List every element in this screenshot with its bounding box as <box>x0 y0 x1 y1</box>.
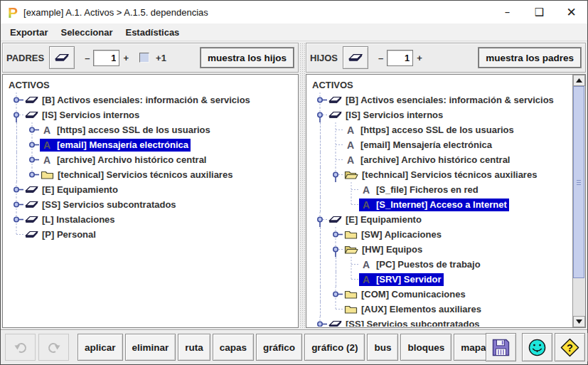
tree-node-selected[interactable]: A[S_Internet] Acceso a Internet <box>359 199 509 211</box>
save-button[interactable] <box>486 333 516 361</box>
tree-node-selected[interactable]: A[email] Mensajería electrónica <box>40 139 191 152</box>
menu-exportar[interactable]: Exportar <box>4 25 54 40</box>
tree-row[interactable]: [IS] Servicios internos <box>6 107 297 122</box>
tree-row[interactable]: [SW] Aplicaciones <box>309 227 572 242</box>
tree-row[interactable]: [L] Instalaciones <box>6 212 297 227</box>
show-parents-button[interactable]: muestra los padres <box>478 47 582 68</box>
depth-input[interactable] <box>93 50 119 66</box>
tree-node[interactable]: [IS] Servicios internos <box>24 109 141 122</box>
scroll-up-button[interactable] <box>573 75 585 86</box>
toolbar-button-gr-fico-2[interactable]: gráfico (2) <box>304 334 365 361</box>
tree-row[interactable]: [technical] Servicios técnicos auxiliare… <box>309 167 572 182</box>
tree-node[interactable]: [P] Personal <box>24 228 98 241</box>
tree-row[interactable]: [E] Equipamiento <box>309 212 572 227</box>
tree-node[interactable]: [SS] Servicios subcontratados <box>24 199 178 211</box>
status-happy-button[interactable] <box>522 333 552 361</box>
tree-toggle-collapsed-icon[interactable] <box>312 92 328 107</box>
tree-toggle-collapsed-icon[interactable] <box>9 212 24 227</box>
tree-row[interactable]: A[email] Mensajería electrónica <box>309 137 572 152</box>
tree-node[interactable]: A[PC] Puestos de trabajo <box>359 258 483 271</box>
tree-toggle-collapsed-icon[interactable] <box>9 182 24 197</box>
tree-node[interactable]: [technical] Servicios técnicos auxiliare… <box>40 169 235 181</box>
tree-node[interactable]: [B] Activos esenciales: información & se… <box>24 94 252 107</box>
tree-row[interactable]: [P] Personal <box>6 227 297 242</box>
tree-node[interactable]: [E] Equipamiento <box>24 184 120 196</box>
tree-toggle-expanded-icon[interactable] <box>9 107 24 122</box>
tree-node[interactable]: [L] Instalaciones <box>24 213 117 226</box>
tree-row[interactable]: A[archive] Archivo histórico central <box>6 152 297 167</box>
tree-toggle-expanded-icon[interactable] <box>312 212 328 227</box>
tree-row[interactable]: A[S_file] Ficheros en red <box>309 182 572 197</box>
tree-row[interactable]: A[email] Mensajería electrónica <box>6 137 297 152</box>
tree-row[interactable]: [B] Activos esenciales: información & se… <box>309 92 572 107</box>
plus-one-checkbox[interactable] <box>139 53 149 63</box>
tree-toggle-expanded-icon[interactable] <box>328 167 343 182</box>
tree-toggle-collapsed-icon[interactable] <box>24 137 40 152</box>
tree-row[interactable]: [COM] Comunicaciones <box>309 287 572 302</box>
tree-row[interactable]: [B] Activos esenciales: información & se… <box>6 92 297 107</box>
tree-node[interactable]: A[archive] Archivo histórico central <box>40 154 208 166</box>
tree-toggle-collapsed-icon[interactable] <box>9 92 24 107</box>
tree-toggle-collapsed-icon[interactable] <box>312 317 328 327</box>
tree-row[interactable]: [SS] Servicios subcontratados <box>309 317 572 327</box>
tree-node[interactable]: [HW] Equipos <box>343 243 424 256</box>
depth-input[interactable] <box>387 50 413 66</box>
tree-toggle-collapsed-icon[interactable] <box>328 287 343 302</box>
menu-estad-sticas[interactable]: Estadísticas <box>119 25 186 40</box>
menu-seleccionar[interactable]: Seleccionar <box>54 25 119 40</box>
tree-row[interactable]: [technical] Servicios técnicos auxiliare… <box>6 167 297 182</box>
tree-toggle-collapsed-icon[interactable] <box>9 197 24 212</box>
toolbar-button-aplicar[interactable]: aplicar <box>77 334 123 361</box>
tree-row[interactable]: [IS] Servicios internos <box>309 107 572 122</box>
tree-row[interactable]: A[SRV] Servidor <box>309 272 572 287</box>
tree-row[interactable]: ACTIVOS <box>6 78 297 92</box>
tree-row[interactable]: [SS] Servicios subcontratados <box>6 197 297 212</box>
tree-toggle-collapsed-icon[interactable] <box>24 167 40 182</box>
layers-button[interactable] <box>343 46 368 69</box>
toolbar-button-capas[interactable]: capas <box>213 334 254 361</box>
tree-node[interactable]: A[email] Mensajería electrónica <box>343 139 494 152</box>
tree-node[interactable]: A[https] acceso SSL de los usuarios <box>343 124 516 137</box>
tree-row[interactable]: [E] Equipamiento <box>6 182 297 197</box>
tree-row[interactable]: A[archive] Archivo histórico central <box>309 152 572 167</box>
tree-node[interactable]: [technical] Servicios técnicos auxiliare… <box>343 169 539 181</box>
tree-row[interactable]: A[https] acceso SSL de los usuarios <box>6 122 297 137</box>
tree-row[interactable]: A[https] acceso SSL de los usuarios <box>309 122 572 137</box>
tree-row[interactable]: A[S_Internet] Acceso a Internet <box>309 197 572 212</box>
tree-node[interactable]: [AUX] Elementos auxiliares <box>343 303 483 316</box>
tree-row[interactable]: A[PC] Puestos de trabajo <box>309 257 572 272</box>
tree-node[interactable]: A[https] acceso SSL de los usuarios <box>40 124 213 137</box>
tree-toggle-collapsed-icon[interactable] <box>24 152 40 167</box>
tree-toggle-collapsed-icon[interactable] <box>328 227 343 242</box>
layers-button[interactable] <box>49 46 75 69</box>
undo-button[interactable] <box>5 334 36 361</box>
tree-node-selected[interactable]: A[SRV] Servidor <box>359 273 444 286</box>
toolbar-button-bloques[interactable]: bloques <box>400 334 451 361</box>
tree-node[interactable]: [B] Activos esenciales: información & se… <box>328 94 556 107</box>
tree-node[interactable]: [COM] Comunicaciones <box>343 288 468 301</box>
tree-toggle-expanded-icon[interactable] <box>312 107 328 122</box>
toolbar-button-eliminar[interactable]: eliminar <box>125 334 176 361</box>
tree-row[interactable]: [HW] Equipos <box>309 242 572 257</box>
tree-row[interactable]: ACTIVOS <box>309 78 572 92</box>
close-button[interactable]: ✕ <box>555 1 587 23</box>
toolbar-button-gr-fico[interactable]: gráfico <box>256 334 302 361</box>
scrollbar-thumb[interactable] <box>573 86 584 278</box>
minimize-button[interactable]: – <box>491 1 523 23</box>
tree-node[interactable]: [SS] Servicios subcontratados <box>328 318 482 327</box>
tree-node[interactable]: A[S_file] Ficheros en red <box>359 184 481 196</box>
tree-toggle-expanded-icon[interactable] <box>328 242 343 257</box>
tree-row[interactable]: [AUX] Elementos auxiliares <box>309 302 572 317</box>
help-button[interactable]: ? <box>555 333 585 361</box>
maximize-button[interactable]: ❑ <box>523 1 555 23</box>
tree-node[interactable]: [IS] Servicios internos <box>328 109 445 122</box>
show-children-button[interactable]: muestra los hijos <box>200 47 294 68</box>
tree-node[interactable]: [SW] Aplicaciones <box>343 228 444 241</box>
toolbar-button-bus[interactable]: bus <box>367 334 398 361</box>
redo-button[interactable] <box>38 334 69 361</box>
toolbar-button-ruta[interactable]: ruta <box>178 334 210 361</box>
tree-toggle-collapsed-icon[interactable] <box>24 122 40 137</box>
tree-node[interactable]: A[archive] Archivo histórico central <box>343 154 512 166</box>
scroll-down-button[interactable] <box>573 316 585 327</box>
tree-node[interactable]: [E] Equipamiento <box>328 213 424 226</box>
